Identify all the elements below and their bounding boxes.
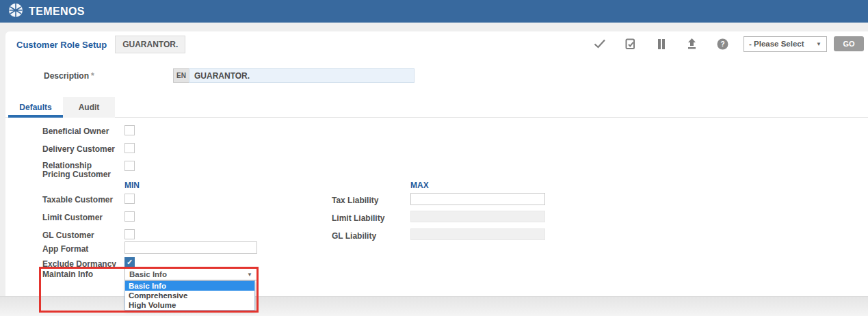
content-card bbox=[5, 31, 868, 296]
tab-audit[interactable]: Audit bbox=[63, 97, 115, 118]
go-button[interactable]: GO bbox=[834, 36, 864, 51]
maintain-info-selected-value: Basic Info bbox=[129, 270, 167, 278]
description-input[interactable]: GUARANTOR. bbox=[189, 68, 415, 83]
description-label: Description* bbox=[44, 71, 94, 81]
language-tag: EN bbox=[173, 68, 189, 83]
required-marker: * bbox=[91, 71, 94, 81]
checkbox-beneficial-owner[interactable] bbox=[124, 125, 135, 135]
dropdown-option-high-volume[interactable]: High Volume bbox=[125, 300, 254, 310]
gl-liability-input bbox=[410, 228, 545, 240]
app-format-input[interactable] bbox=[124, 241, 257, 254]
svg-text:?: ? bbox=[720, 40, 724, 48]
checkbox-exclude-dormancy[interactable]: ✓ bbox=[124, 257, 135, 267]
brand-name: TEMENOS bbox=[29, 5, 85, 18]
label-maintain-info: Maintain Info bbox=[42, 270, 93, 279]
commit-check-icon[interactable] bbox=[584, 39, 615, 49]
checkmark-icon: ✓ bbox=[127, 258, 133, 267]
label-app-format: App Format bbox=[42, 245, 88, 254]
max-column-header: MAX bbox=[410, 181, 429, 190]
label-limit-liability: Limit Liability bbox=[332, 214, 384, 223]
checkbox-relationship-pricing-customer[interactable] bbox=[124, 161, 135, 171]
chevron-down-icon: ▼ bbox=[816, 41, 821, 47]
hold-pause-icon[interactable] bbox=[646, 39, 676, 49]
checkbox-limit-customer[interactable] bbox=[124, 211, 135, 222]
label-beneficial-owner: Beneficial Owner bbox=[42, 127, 109, 136]
tab-bar: Defaults Audit bbox=[5, 97, 868, 118]
action-select[interactable]: - Please Select ▼ bbox=[744, 36, 827, 52]
upload-icon[interactable] bbox=[676, 38, 707, 49]
action-toolbar: ? - Please Select ▼ GO bbox=[584, 36, 865, 52]
tax-liability-input[interactable] bbox=[410, 193, 545, 205]
label-tax-liability: Tax Liability bbox=[332, 196, 378, 205]
label-exclude-dormancy: Exclude Dormancy bbox=[42, 260, 116, 269]
record-id-badge: GUARANTOR. bbox=[115, 36, 185, 53]
checkbox-taxable-customer[interactable] bbox=[124, 194, 135, 204]
label-limit-customer: Limit Customer bbox=[42, 213, 103, 222]
limit-liability-input bbox=[410, 211, 545, 222]
action-select-value: - Please Select bbox=[749, 40, 804, 48]
temenos-logo-icon bbox=[7, 2, 25, 21]
chevron-down-icon: ▼ bbox=[247, 272, 252, 278]
page-title: Customer Role Setup bbox=[16, 40, 107, 50]
top-header-bar: TEMENOS bbox=[0, 0, 868, 23]
validate-doc-icon[interactable] bbox=[615, 38, 646, 50]
label-relationship-pricing-customer: Relationship Pricing Customer bbox=[42, 161, 120, 179]
label-delivery-customer: Delivery Customer bbox=[42, 145, 115, 154]
maintain-info-select[interactable]: Basic Info ▼ bbox=[124, 268, 257, 280]
label-taxable-customer: Taxable Customer bbox=[42, 196, 113, 205]
dropdown-option-basic-info[interactable]: Basic Info bbox=[125, 281, 254, 291]
checkbox-gl-customer[interactable] bbox=[124, 229, 135, 239]
min-column-header: MIN bbox=[124, 181, 140, 190]
active-tab-underline bbox=[8, 115, 63, 118]
maintain-info-dropdown-list: Basic Info Comprehensive High Volume bbox=[124, 280, 255, 311]
label-gl-customer: GL Customer bbox=[42, 231, 94, 240]
dropdown-option-comprehensive[interactable]: Comprehensive bbox=[125, 291, 254, 300]
title-row: Customer Role Setup GUARANTOR. bbox=[16, 36, 185, 53]
help-icon[interactable]: ? bbox=[707, 38, 738, 50]
label-gl-liability: GL Liability bbox=[332, 232, 376, 241]
checkbox-delivery-customer[interactable] bbox=[124, 143, 135, 153]
